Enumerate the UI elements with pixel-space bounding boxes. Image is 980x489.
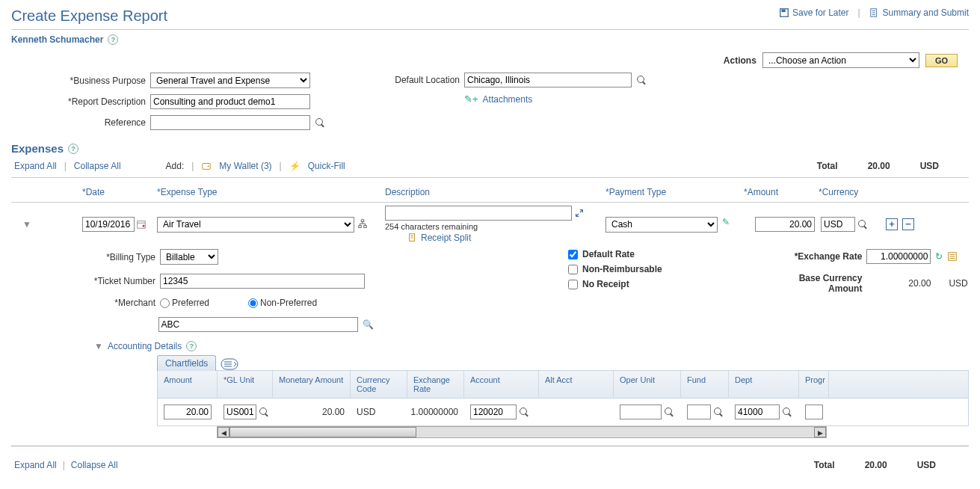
cf-fund-input[interactable] (687, 405, 711, 419)
amount-input[interactable] (755, 217, 815, 232)
ch-monetary: Monetary Amount (273, 371, 351, 398)
business-purpose-select[interactable]: General Travel and Expense (150, 73, 310, 88)
cf-account-input[interactable] (470, 405, 517, 419)
footer-collapse-all[interactable]: Collapse All (71, 460, 118, 470)
delete-row-button[interactable]: − (902, 218, 914, 230)
actions-label: Actions (724, 55, 756, 66)
ticket-number-label: Ticket Number (82, 276, 155, 286)
svg-rect-1 (782, 10, 786, 13)
expand-row-toggle-icon[interactable]: ▼ (22, 219, 31, 230)
lookup-icon[interactable] (857, 219, 868, 230)
my-wallet-link[interactable]: My Wallet (3) (219, 161, 271, 171)
merchant-label: Merchant (82, 298, 155, 308)
lookup-icon[interactable] (519, 407, 529, 417)
svg-rect-3 (203, 164, 211, 170)
col-date: Date (82, 187, 157, 197)
ch-oper-unit: Oper Unit (614, 371, 681, 398)
col-currency: Currency (819, 187, 890, 197)
expense-type-select[interactable]: Air Travel (157, 217, 354, 233)
scroll-right-arrow[interactable]: ▶ (814, 427, 826, 437)
merchant-input[interactable] (158, 317, 358, 332)
report-description-input[interactable] (150, 94, 310, 109)
attachments-link[interactable]: Attachments (483, 94, 533, 105)
cf-program-input[interactable] (805, 405, 823, 419)
no-receipt-checkbox[interactable] (568, 280, 578, 289)
cf-dept-input[interactable] (735, 405, 780, 419)
payment-type-select[interactable]: Cash (605, 217, 718, 233)
summary-submit-link[interactable]: Summary and Submit (869, 7, 969, 18)
footer-expand-all[interactable]: Expand All (14, 460, 57, 470)
non-reimbursable-checkbox[interactable] (568, 265, 578, 274)
lookup-icon[interactable] (636, 75, 647, 85)
lookup-icon[interactable] (315, 117, 325, 128)
base-currency-label: Base Currency Amount (765, 273, 862, 294)
help-icon[interactable]: ? (68, 144, 78, 154)
svg-rect-9 (364, 226, 367, 228)
currency-input[interactable] (821, 217, 855, 232)
quickfill-icon: ⚡ (289, 161, 301, 171)
total-currency: USD (920, 161, 939, 171)
go-button[interactable]: GO (925, 54, 958, 67)
cf-oper-unit-input[interactable] (620, 405, 662, 419)
horizontal-scrollbar[interactable]: ◀ ▶ (217, 426, 827, 438)
ch-alt-acct: Alt Acct (539, 371, 614, 398)
ch-exchange-rate: Exchange Rate (407, 371, 464, 398)
ch-program: Progr (799, 371, 829, 398)
footer-total-label: Total (814, 460, 835, 470)
non-preferred-radio[interactable]: Non-Preferred (248, 298, 317, 308)
date-input[interactable] (82, 217, 135, 232)
expenses-section-header: Expenses ? (11, 142, 969, 155)
calendar-icon[interactable] (136, 219, 147, 230)
rate-detail-icon[interactable] (947, 251, 958, 262)
lookup-icon[interactable] (259, 407, 267, 417)
save-for-later-link[interactable]: Save for Later (779, 7, 848, 18)
billing-type-select[interactable]: Billable (160, 249, 218, 265)
show-all-tabs-icon[interactable] (221, 358, 238, 370)
reference-label: Reference (26, 117, 146, 128)
lookup-icon[interactable] (664, 407, 674, 417)
cf-currency-code: USD (357, 407, 375, 417)
refresh-icon[interactable]: ↻ (935, 251, 943, 262)
total-value: 20.00 (868, 161, 890, 171)
base-currency-value: 20.00 (866, 278, 931, 289)
exchange-rate-label: Exchange Rate (765, 251, 862, 262)
default-location-input[interactable] (464, 73, 632, 87)
cf-amount-input[interactable] (164, 405, 212, 419)
default-rate-label: Default Rate (582, 249, 635, 259)
merchant-action-icon[interactable]: 🔍 (363, 319, 374, 330)
default-location-label: Default Location (370, 75, 460, 85)
expand-all-link[interactable]: Expand All (14, 161, 57, 171)
default-rate-checkbox[interactable] (568, 250, 578, 259)
preferred-radio[interactable]: Preferred (160, 298, 209, 308)
hierarchy-icon[interactable] (357, 219, 368, 230)
lookup-icon[interactable] (713, 407, 723, 417)
actions-select[interactable]: ...Choose an Action (762, 52, 919, 68)
exchange-rate-input[interactable] (866, 249, 931, 264)
ticket-number-input[interactable] (160, 274, 365, 289)
divider: | (857, 7, 860, 18)
footer-total-currency: USD (917, 460, 936, 470)
expand-icon[interactable] (574, 208, 585, 218)
collapse-icon[interactable]: ▼ (94, 341, 103, 351)
help-icon[interactable]: ? (108, 34, 118, 45)
help-icon[interactable]: ? (186, 341, 197, 351)
chartfields-tab[interactable]: Chartfields (157, 355, 216, 371)
scroll-thumb[interactable] (229, 427, 416, 437)
add-row-button[interactable]: + (886, 218, 898, 230)
no-receipt-label: No Receipt (582, 279, 629, 289)
lookup-icon[interactable] (782, 407, 792, 417)
chars-remaining: 254 characters remaining (385, 222, 605, 231)
scroll-left-arrow[interactable]: ◀ (218, 427, 229, 437)
description-input[interactable] (385, 206, 572, 221)
receipt-split-link[interactable]: Receipt Split (421, 233, 471, 243)
svg-rect-8 (359, 226, 362, 228)
reference-input[interactable] (150, 115, 310, 130)
edit-icon[interactable]: ✎ (722, 217, 730, 227)
collapse-all-link[interactable]: Collapse All (74, 161, 121, 171)
cf-gl-input[interactable] (224, 405, 256, 419)
receipt-icon (407, 233, 418, 243)
summary-icon (869, 7, 880, 18)
ch-gl-unit: GL Unit (218, 371, 273, 398)
cf-monetary-value: 20.00 (322, 407, 345, 417)
quick-fill-link[interactable]: Quick-Fill (308, 161, 345, 171)
